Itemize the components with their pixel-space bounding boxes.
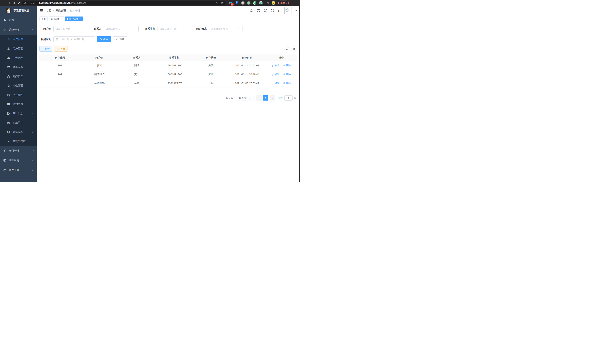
edit-link[interactable]: 修改 xyxy=(272,73,279,76)
bookmark-star-button[interactable] xyxy=(220,1,225,5)
sidebar-collapse-icon[interactable] xyxy=(39,9,43,12)
browser-home-button[interactable] xyxy=(16,0,21,5)
export-button[interactable]: 导出 xyxy=(54,46,68,52)
browser-reload-button[interactable] xyxy=(11,0,16,5)
tenant-name-input[interactable] xyxy=(56,28,85,30)
breadcrumb: 首页 / 系统管理 / 租户管理 xyxy=(46,9,80,12)
tab-dept[interactable]: 部门管理 × xyxy=(49,17,64,21)
refresh-icon xyxy=(116,38,118,41)
delete-link[interactable]: 删除 xyxy=(283,64,291,67)
header-search-icon[interactable] xyxy=(250,9,253,12)
tenant-name-field[interactable] xyxy=(53,26,87,32)
search-button[interactable]: 搜索 xyxy=(97,36,111,42)
sidebar-item-error-code[interactable]: </> 错误码管理 xyxy=(0,137,37,146)
profile-avatar-emoji[interactable] xyxy=(272,1,275,5)
tab-close-icon[interactable]: × xyxy=(80,18,81,20)
sidebar-item-tenant[interactable]: 租户管理 xyxy=(0,35,37,44)
date-range-separator: - xyxy=(70,38,73,41)
status-select[interactable]: 请选择租户状态 xyxy=(209,26,243,32)
tab-close-icon[interactable]: × xyxy=(61,18,62,20)
sidebar-item-user[interactable]: 用户管理 xyxy=(0,44,37,53)
edit-link[interactable]: 修改 xyxy=(272,64,279,67)
extension-balloon-icon[interactable] xyxy=(235,1,239,5)
calendar-icon xyxy=(56,38,58,41)
sidebar-item-sms[interactable]: 短信管理 xyxy=(0,127,37,137)
sidebar-item-audit-log[interactable]: 审计日志 xyxy=(0,109,37,118)
sidebar-item-notice[interactable]: 通知公告 xyxy=(0,100,37,109)
user-avatar[interactable] xyxy=(284,7,291,14)
chevron-down-icon xyxy=(32,112,34,115)
date-range-picker[interactable]: 开始日期 - 结束日期 xyxy=(53,36,95,42)
browser-menu-icon[interactable] xyxy=(286,2,287,4)
chevron-up-icon xyxy=(32,29,34,31)
forward-arrow-icon xyxy=(8,1,10,4)
prev-page-button[interactable]: ‹ xyxy=(256,95,262,101)
col-tenant-id: 租户编号 xyxy=(39,55,81,61)
sidebar-item-infrastructure[interactable]: 基础设施 xyxy=(0,156,37,165)
cell-mobile: 15601691300 xyxy=(155,70,193,79)
delete-label: 删除 xyxy=(286,64,291,67)
browser-back-button[interactable] xyxy=(2,0,7,5)
breadcrumb-home[interactable]: 首页 xyxy=(46,9,51,12)
extension-green-dot-icon[interactable] xyxy=(247,1,251,5)
share-button[interactable] xyxy=(214,1,219,5)
mobile-field[interactable] xyxy=(158,26,190,32)
contact-input[interactable] xyxy=(106,28,136,30)
extension-chat-icon[interactable] xyxy=(259,1,263,5)
sidebar-item-home[interactable]: 首页 xyxy=(0,15,37,25)
system-submenu: 租户管理 用户管理 角色管理 xyxy=(0,35,37,146)
browser-update-button[interactable]: 更新 xyxy=(278,0,289,5)
sidebar-item-label: 短信管理 xyxy=(13,131,23,134)
browser-forward-button[interactable] xyxy=(7,0,11,5)
tab-tenant[interactable]: 租户管理 × xyxy=(65,17,83,21)
sidebar-item-role[interactable]: 角色管理 xyxy=(0,53,37,63)
page-url[interactable]: dashboard.yudao.iocoder.cn/system/tenant xyxy=(39,2,85,4)
end-date-placeholder[interactable]: 结束日期 xyxy=(74,38,84,41)
sidebar-item-online-users[interactable]: 在线用户 xyxy=(0,118,37,127)
cell-contact: 秃头 xyxy=(118,70,155,79)
app-logo[interactable]: 芋道管理系统 xyxy=(0,6,37,15)
delete-link[interactable]: 删除 xyxy=(283,73,291,76)
not-secure-warning-icon[interactable] xyxy=(24,2,27,4)
avatar-dropdown-caret-icon[interactable] xyxy=(295,10,297,11)
sidebar-item-payment[interactable]: ¥ 支付管理 xyxy=(0,146,37,156)
page-number-1[interactable]: 1 xyxy=(263,95,268,101)
contact-field[interactable] xyxy=(104,26,139,32)
extensions-puzzle-icon[interactable] xyxy=(265,1,269,5)
breadcrumb-system[interactable]: 系统管理 xyxy=(56,9,66,12)
browser-scrollbar[interactable] xyxy=(299,6,300,182)
delete-link[interactable]: 删除 xyxy=(283,82,291,85)
extension-command-icon[interactable]: ⌘ xyxy=(241,1,244,5)
org-chart-icon xyxy=(7,75,10,78)
refresh-table-button[interactable] xyxy=(291,46,296,51)
sidebar-item-dev-tools[interactable]: 研发工具 xyxy=(0,165,37,175)
sidebar-item-dept[interactable]: 部门管理 xyxy=(0,72,37,81)
toggle-search-button[interactable] xyxy=(284,46,289,51)
next-page-button[interactable]: › xyxy=(270,95,275,101)
edit-log-icon xyxy=(7,112,10,115)
goto-page-input[interactable] xyxy=(284,95,293,101)
reset-button[interactable]: 重置 xyxy=(113,36,127,42)
sidebar-item-system[interactable]: 系统管理 xyxy=(0,25,37,35)
edit-link[interactable]: 修改 xyxy=(272,82,279,85)
security-label[interactable]: 不安全 xyxy=(28,1,35,4)
sidebar-item-menu[interactable]: 菜单管理 xyxy=(0,63,37,72)
gear-icon xyxy=(3,28,6,31)
help-question-icon[interactable] xyxy=(264,9,267,12)
tab-home[interactable]: 首页 xyxy=(39,17,48,21)
url-bar[interactable]: 不安全 dashboard.yudao.iocoder.cn/system/te… xyxy=(22,1,225,5)
mobile-input[interactable] xyxy=(160,28,188,30)
sidebar-item-label: 部门管理 xyxy=(13,75,23,78)
add-button[interactable]: + 新增 xyxy=(39,46,52,52)
sidebar-item-post[interactable]: 岗位管理 xyxy=(0,81,37,90)
table-tools xyxy=(284,46,296,51)
fullscreen-icon[interactable] xyxy=(271,9,274,12)
extension-grid-icon[interactable]: 10 xyxy=(229,1,232,5)
sidebar-item-dict[interactable]: 字典管理 xyxy=(0,90,37,100)
start-date-placeholder[interactable]: 开始日期 xyxy=(59,38,69,41)
github-icon[interactable] xyxy=(257,9,260,13)
font-size-icon[interactable]: TT xyxy=(278,9,281,12)
page-size-select[interactable]: 10条/页 xyxy=(236,95,253,101)
pagination: 共 3 条 10条/页 ‹ 1 › 前往 页 xyxy=(39,95,297,101)
extension-y-icon[interactable]: Y xyxy=(253,1,256,5)
